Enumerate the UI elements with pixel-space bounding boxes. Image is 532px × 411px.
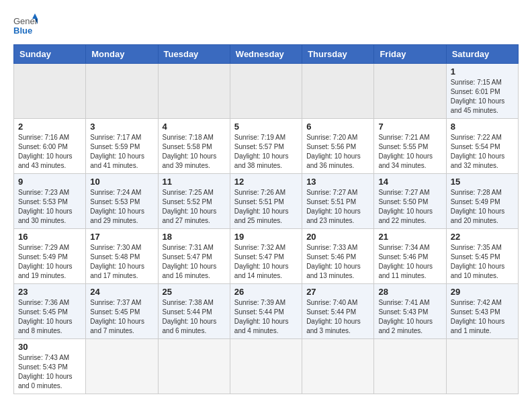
day-info: Sunrise: 7:22 AM Sunset: 5:54 PM Dayligh… <box>451 133 514 171</box>
day-number: 4 <box>163 122 226 132</box>
calendar-day-cell: 28Sunrise: 7:41 AM Sunset: 5:43 PM Dayli… <box>374 284 446 339</box>
logo-icon: General Blue <box>13 13 38 38</box>
day-info: Sunrise: 7:38 AM Sunset: 5:44 PM Dayligh… <box>163 298 226 336</box>
calendar-day-cell: 7Sunrise: 7:21 AM Sunset: 5:55 PM Daylig… <box>374 119 446 174</box>
day-number: 12 <box>234 177 298 187</box>
day-number: 23 <box>18 287 81 297</box>
day-number: 13 <box>306 177 369 187</box>
day-info: Sunrise: 7:24 AM Sunset: 5:53 PM Dayligh… <box>90 188 153 226</box>
day-info: Sunrise: 7:18 AM Sunset: 5:58 PM Dayligh… <box>163 133 226 171</box>
day-info: Sunrise: 7:17 AM Sunset: 5:59 PM Dayligh… <box>90 133 153 171</box>
calendar-day-cell: 23Sunrise: 7:36 AM Sunset: 5:45 PM Dayli… <box>14 284 86 339</box>
day-number: 8 <box>451 122 514 132</box>
calendar-week-row: 16Sunrise: 7:29 AM Sunset: 5:49 PM Dayli… <box>14 229 519 284</box>
day-number: 19 <box>234 232 298 242</box>
day-info: Sunrise: 7:41 AM Sunset: 5:43 PM Dayligh… <box>378 298 441 336</box>
day-info: Sunrise: 7:32 AM Sunset: 5:47 PM Dayligh… <box>234 243 298 281</box>
day-info: Sunrise: 7:42 AM Sunset: 5:43 PM Dayligh… <box>451 298 514 336</box>
day-number: 24 <box>90 287 153 297</box>
calendar-day-cell: 10Sunrise: 7:24 AM Sunset: 5:53 PM Dayli… <box>86 174 158 229</box>
day-info: Sunrise: 7:40 AM Sunset: 5:44 PM Dayligh… <box>306 298 369 336</box>
calendar-week-row: 2Sunrise: 7:16 AM Sunset: 6:00 PM Daylig… <box>14 119 519 174</box>
day-number: 6 <box>306 122 369 132</box>
weekday-header: Saturday <box>446 45 518 64</box>
calendar-day-cell: 25Sunrise: 7:38 AM Sunset: 5:44 PM Dayli… <box>158 284 230 339</box>
weekday-header: Wednesday <box>230 45 302 64</box>
calendar-day-cell: 24Sunrise: 7:37 AM Sunset: 5:45 PM Dayli… <box>86 284 158 339</box>
calendar-day-cell: 16Sunrise: 7:29 AM Sunset: 5:49 PM Dayli… <box>14 229 86 284</box>
day-info: Sunrise: 7:20 AM Sunset: 5:56 PM Dayligh… <box>306 133 369 171</box>
calendar-day-cell: 12Sunrise: 7:26 AM Sunset: 5:51 PM Dayli… <box>230 174 302 229</box>
day-number: 5 <box>234 122 298 132</box>
day-info: Sunrise: 7:29 AM Sunset: 5:49 PM Dayligh… <box>18 243 81 281</box>
calendar-day-cell: 1Sunrise: 7:15 AM Sunset: 6:01 PM Daylig… <box>446 64 518 119</box>
day-number: 26 <box>234 287 298 297</box>
day-number: 15 <box>451 177 514 187</box>
calendar-day-cell <box>230 339 302 394</box>
calendar-day-cell: 14Sunrise: 7:27 AM Sunset: 5:50 PM Dayli… <box>374 174 446 229</box>
calendar-day-cell: 8Sunrise: 7:22 AM Sunset: 5:54 PM Daylig… <box>446 119 518 174</box>
day-info: Sunrise: 7:31 AM Sunset: 5:47 PM Dayligh… <box>163 243 226 281</box>
calendar-day-cell: 20Sunrise: 7:33 AM Sunset: 5:46 PM Dayli… <box>302 229 374 284</box>
calendar-day-cell: 22Sunrise: 7:35 AM Sunset: 5:45 PM Dayli… <box>446 229 518 284</box>
day-info: Sunrise: 7:33 AM Sunset: 5:46 PM Dayligh… <box>306 243 369 281</box>
day-number: 20 <box>306 232 369 242</box>
day-number: 10 <box>90 177 153 187</box>
weekday-header: Monday <box>86 45 158 64</box>
day-info: Sunrise: 7:27 AM Sunset: 5:50 PM Dayligh… <box>378 188 441 226</box>
svg-text:Blue: Blue <box>13 26 32 36</box>
day-number: 17 <box>90 232 153 242</box>
day-info: Sunrise: 7:21 AM Sunset: 5:55 PM Dayligh… <box>378 133 441 171</box>
day-info: Sunrise: 7:25 AM Sunset: 5:52 PM Dayligh… <box>163 188 226 226</box>
day-number: 7 <box>378 122 441 132</box>
calendar-day-cell: 3Sunrise: 7:17 AM Sunset: 5:59 PM Daylig… <box>86 119 158 174</box>
day-info: Sunrise: 7:36 AM Sunset: 5:45 PM Dayligh… <box>18 298 81 336</box>
day-number: 11 <box>163 177 226 187</box>
day-number: 21 <box>378 232 441 242</box>
calendar-day-cell <box>14 64 86 119</box>
day-info: Sunrise: 7:39 AM Sunset: 5:44 PM Dayligh… <box>234 298 298 336</box>
calendar-day-cell: 5Sunrise: 7:19 AM Sunset: 5:57 PM Daylig… <box>230 119 302 174</box>
day-info: Sunrise: 7:43 AM Sunset: 5:43 PM Dayligh… <box>18 353 81 391</box>
calendar-day-cell <box>374 64 446 119</box>
weekday-header: Tuesday <box>158 45 230 64</box>
day-info: Sunrise: 7:19 AM Sunset: 5:57 PM Dayligh… <box>234 133 298 171</box>
day-number: 30 <box>18 342 81 352</box>
calendar-day-cell: 13Sunrise: 7:27 AM Sunset: 5:51 PM Dayli… <box>302 174 374 229</box>
header: General Blue <box>13 13 519 38</box>
day-number: 1 <box>451 66 514 77</box>
calendar-day-cell: 2Sunrise: 7:16 AM Sunset: 6:00 PM Daylig… <box>14 119 86 174</box>
day-info: Sunrise: 7:23 AM Sunset: 5:53 PM Dayligh… <box>18 188 81 226</box>
calendar-day-cell: 15Sunrise: 7:28 AM Sunset: 5:49 PM Dayli… <box>446 174 518 229</box>
calendar-week-row: 9Sunrise: 7:23 AM Sunset: 5:53 PM Daylig… <box>14 174 519 229</box>
weekday-header: Thursday <box>302 45 374 64</box>
calendar-day-cell <box>158 339 230 394</box>
calendar-day-cell: 4Sunrise: 7:18 AM Sunset: 5:58 PM Daylig… <box>158 119 230 174</box>
calendar-day-cell: 27Sunrise: 7:40 AM Sunset: 5:44 PM Dayli… <box>302 284 374 339</box>
day-number: 22 <box>451 232 514 242</box>
calendar-day-cell <box>374 339 446 394</box>
calendar-day-cell <box>86 339 158 394</box>
calendar-day-cell <box>302 339 374 394</box>
calendar-day-cell: 21Sunrise: 7:34 AM Sunset: 5:46 PM Dayli… <box>374 229 446 284</box>
calendar-day-cell: 6Sunrise: 7:20 AM Sunset: 5:56 PM Daylig… <box>302 119 374 174</box>
calendar-header-row: SundayMondayTuesdayWednesdayThursdayFrid… <box>14 45 519 64</box>
day-number: 29 <box>451 287 514 297</box>
calendar-day-cell: 11Sunrise: 7:25 AM Sunset: 5:52 PM Dayli… <box>158 174 230 229</box>
day-number: 3 <box>90 122 153 132</box>
calendar-day-cell: 19Sunrise: 7:32 AM Sunset: 5:47 PM Dayli… <box>230 229 302 284</box>
calendar-day-cell: 26Sunrise: 7:39 AM Sunset: 5:44 PM Dayli… <box>230 284 302 339</box>
day-info: Sunrise: 7:35 AM Sunset: 5:45 PM Dayligh… <box>451 243 514 281</box>
day-info: Sunrise: 7:30 AM Sunset: 5:48 PM Dayligh… <box>90 243 153 281</box>
day-info: Sunrise: 7:27 AM Sunset: 5:51 PM Dayligh… <box>306 188 369 226</box>
calendar-day-cell: 17Sunrise: 7:30 AM Sunset: 5:48 PM Dayli… <box>86 229 158 284</box>
day-number: 14 <box>378 177 441 187</box>
calendar-day-cell: 30Sunrise: 7:43 AM Sunset: 5:43 PM Dayli… <box>14 339 86 394</box>
day-number: 18 <box>163 232 226 242</box>
logo: General Blue <box>13 13 42 38</box>
calendar: SundayMondayTuesdayWednesdayThursdayFrid… <box>13 44 519 394</box>
weekday-header: Sunday <box>14 45 86 64</box>
day-info: Sunrise: 7:15 AM Sunset: 6:01 PM Dayligh… <box>451 78 514 116</box>
calendar-day-cell: 29Sunrise: 7:42 AM Sunset: 5:43 PM Dayli… <box>446 284 518 339</box>
calendar-day-cell <box>230 64 302 119</box>
